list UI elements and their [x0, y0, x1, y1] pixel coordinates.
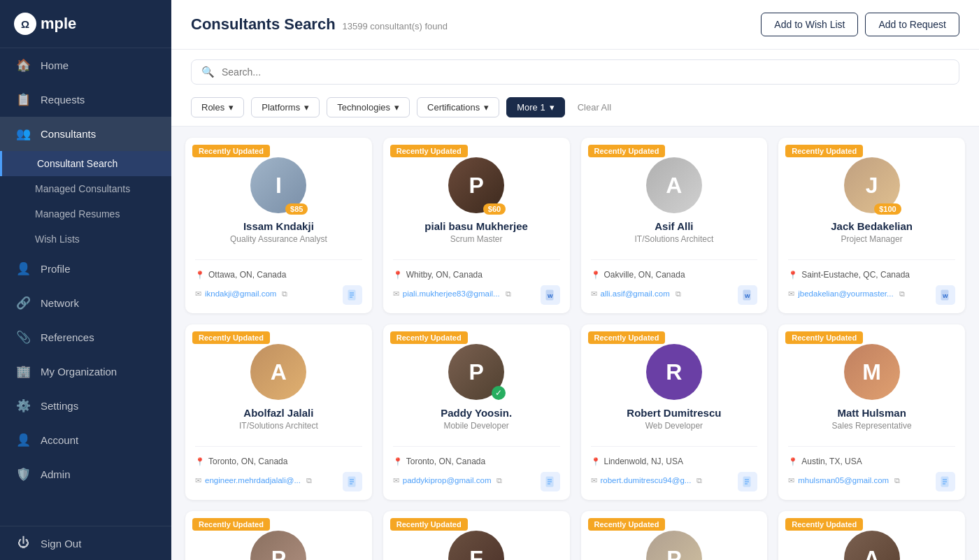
avatar-wrap: P ✓ [448, 344, 504, 400]
consultant-title: Quality Assurance Analyst [230, 234, 327, 244]
pdf-button[interactable] [541, 472, 560, 491]
consultant-email: ✉ alli.asif@gmail.com ⧉ [591, 289, 738, 299]
nav-account[interactable]: 👤 Account [0, 423, 171, 457]
filter-technologies[interactable]: Technologies ▾ [327, 97, 410, 117]
nav-references[interactable]: 📎 References [0, 320, 171, 354]
word-button[interactable]: W [541, 285, 560, 305]
pdf-button[interactable] [343, 472, 362, 491]
sidebar-item-managed-consultants[interactable]: Managed Consultants [0, 176, 171, 201]
consultant-location: 📍 Toronto, ON, Canada [195, 457, 362, 466]
nav-consultants[interactable]: 👥 Consultants [0, 117, 171, 151]
consultant-name: Issam Kndakji [243, 220, 314, 232]
card-actions [343, 285, 362, 305]
filter-more-label: More 1 [517, 102, 545, 113]
consultant-location: 📍 Saint-Eustache, QC, Canada [788, 270, 955, 280]
avatar-wrap: F $50 [448, 531, 504, 560]
word-button[interactable]: W [738, 285, 757, 305]
filter-certifications[interactable]: Certifications ▾ [417, 97, 499, 117]
consultant-card[interactable]: Recently Updated P $90 Pavel Haimovich [185, 511, 372, 560]
card-actions [936, 472, 955, 491]
location-icon: 📍 [195, 457, 205, 466]
consultant-card[interactable]: Recently Updated P ✓ Paddy Yoosin. Mobil… [383, 324, 570, 500]
sidebar-item-wish-lists[interactable]: Wish Lists [0, 227, 171, 252]
consultant-email: ✉ ikndakji@gmail.com ⧉ [195, 289, 343, 299]
price-badge: $100 [874, 203, 901, 215]
search-input[interactable] [215, 60, 949, 84]
consultant-email: ✉ robert.dumitrescu94@g... ⧉ [591, 476, 738, 485]
main-content: Consultants Search 13599 consultant(s) f… [171, 0, 979, 560]
avatar: P [646, 531, 702, 560]
sign-out-button[interactable]: ⏻ Sign Out [0, 526, 171, 560]
consultant-name: piali basu Mukherjee [424, 220, 528, 232]
filter-bar: Roles ▾ Platforms ▾ Technologies ▾ Certi… [171, 92, 979, 127]
recently-updated-badge: Recently Updated [390, 145, 468, 157]
nav-account-label: Account [41, 434, 78, 446]
recently-updated-badge: Recently Updated [588, 518, 666, 531]
sidebar-item-consultant-search[interactable]: Consultant Search [0, 151, 171, 176]
nav-settings[interactable]: ⚙️ Settings [0, 389, 171, 423]
nav-my-organization[interactable]: 🏢 My Organization [0, 354, 171, 389]
consultant-card[interactable]: Recently Updated A Abolfazl Jalali IT/So… [185, 324, 372, 500]
page-title-wrap: Consultants Search 13599 consultant(s) f… [191, 15, 448, 34]
location-icon: 📍 [591, 457, 601, 466]
nav-admin[interactable]: 🛡️ Admin [0, 457, 171, 491]
copy-icon[interactable]: ⧉ [506, 289, 511, 299]
consultant-card[interactable]: Recently Updated R Robert Dumitrescu Web… [581, 324, 768, 500]
filter-roles[interactable]: Roles ▾ [191, 97, 244, 117]
location-icon: 📍 [393, 457, 403, 466]
copy-icon[interactable]: ⧉ [676, 289, 681, 299]
clear-all-button[interactable]: Clear All [572, 98, 617, 117]
consultant-card[interactable]: Recently Updated P Plínio Tirado [581, 511, 768, 560]
consultant-grid: Recently Updated I $85 Issam Kndakji Qua… [185, 138, 965, 560]
consultant-card[interactable]: Recently Updated P $60 piali basu Mukher… [383, 138, 570, 313]
nav-profile-label: Profile [41, 263, 71, 275]
filter-more[interactable]: More 1 ▾ [506, 97, 564, 117]
consultant-card[interactable]: Recently Updated A Asif Alli IT/Solution… [581, 138, 768, 313]
pdf-button[interactable] [936, 472, 955, 491]
nav-network[interactable]: 🔗 Network [0, 286, 171, 320]
card-actions: W [936, 285, 955, 305]
chevron-down-icon: ▾ [394, 102, 399, 113]
cards-area: Recently Updated I $85 Issam Kndakji Qua… [171, 127, 979, 560]
nav-home[interactable]: 🏠 Home [0, 48, 171, 82]
location-icon: 📍 [788, 457, 798, 466]
pdf-button[interactable] [738, 472, 757, 491]
consultant-card[interactable]: Recently Updated I $85 Issam Kndakji Qua… [185, 138, 372, 313]
consultant-card[interactable]: Recently Updated F $50 Festus Odiley [383, 511, 570, 560]
filter-platforms[interactable]: Platforms ▾ [251, 97, 320, 117]
copy-icon[interactable]: ⧉ [899, 289, 905, 299]
copy-icon[interactable]: ⧉ [696, 476, 702, 485]
top-bar-actions: Add to Wish List Add to Request [761, 13, 959, 36]
consultant-location: 📍 Lindenwold, NJ, USA [591, 457, 758, 466]
filter-certifications-label: Certifications [427, 102, 480, 113]
pdf-button[interactable] [343, 285, 362, 305]
copy-icon[interactable]: ⧉ [894, 476, 900, 485]
copy-icon[interactable]: ⧉ [282, 289, 287, 299]
mail-icon: ✉ [788, 476, 794, 485]
sidebar-item-managed-resumes[interactable]: Managed Resumes [0, 201, 171, 227]
consultant-card[interactable]: Recently Updated M Matt Hulsman Sales Re… [778, 324, 965, 500]
card-bottom: 📍 Ottawa, ON, Canada ✉ ikndakji@gmail.co… [185, 267, 372, 313]
app-logo[interactable]: Ω mple [0, 0, 171, 48]
nav-consultants-label: Consultants [41, 128, 96, 140]
consultant-card[interactable]: Recently Updated A Abdul Hameed Thondiya… [778, 511, 965, 560]
consultant-name: Matt Hulsman [837, 407, 906, 419]
add-to-wish-list-button[interactable]: Add to Wish List [761, 13, 858, 36]
nav-settings-label: Settings [41, 400, 78, 412]
recently-updated-badge: Recently Updated [588, 331, 666, 344]
consultant-card[interactable]: Recently Updated J $100 Jack Bedakelian … [778, 138, 965, 313]
consultant-title: Project Manager [841, 234, 903, 244]
add-to-request-button[interactable]: Add to Request [865, 13, 959, 36]
avatar: R [646, 344, 702, 400]
card-bottom: 📍 Toronto, ON, Canada ✉ engineer.mehrdad… [185, 454, 372, 500]
card-bottom: 📍 Lindenwold, NJ, USA ✉ robert.dumitresc… [581, 454, 768, 500]
word-button[interactable]: W [936, 285, 955, 305]
recently-updated-badge: Recently Updated [192, 145, 270, 157]
location-icon: 📍 [591, 271, 601, 280]
mail-icon: ✉ [195, 476, 201, 485]
nav-requests[interactable]: 📋 Requests [0, 82, 171, 117]
copy-icon[interactable]: ⧉ [306, 476, 312, 485]
nav-profile[interactable]: 👤 Profile [0, 252, 171, 286]
copy-icon[interactable]: ⧉ [496, 476, 502, 485]
recently-updated-badge: Recently Updated [785, 518, 863, 531]
